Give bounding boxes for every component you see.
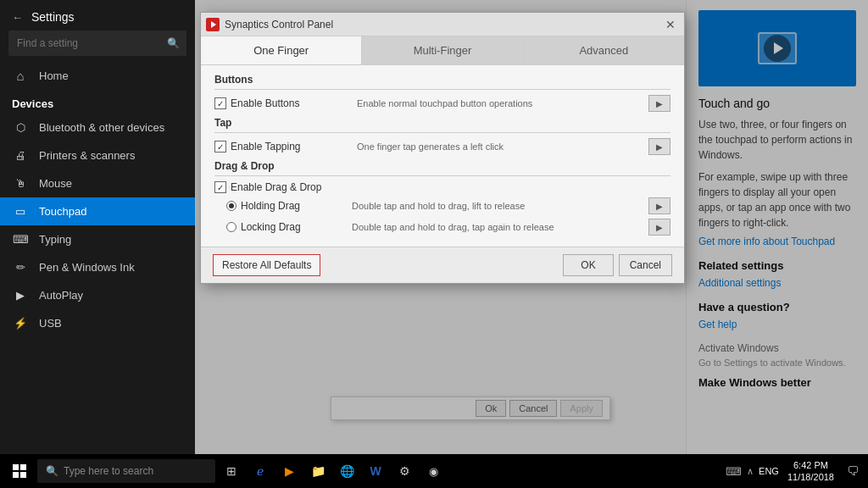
- enable-tapping-checkbox-label[interactable]: ✓ Enable Tapping: [214, 141, 350, 152]
- tap-section-label: Tap: [214, 117, 670, 129]
- locking-drag-action-btn[interactable]: ▶: [648, 219, 670, 236]
- home-icon: ⌂: [12, 69, 29, 83]
- dialog-ok-button[interactable]: OK: [563, 254, 613, 276]
- dialog-body: Buttons ✓ Enable Buttons Enable normal t…: [201, 65, 684, 247]
- restore-defaults-button[interactable]: Restore All Defaults: [213, 254, 320, 276]
- printer-icon: 🖨: [12, 149, 29, 162]
- sidebar-item-home[interactable]: ⌂ Home: [0, 61, 195, 91]
- sidebar-item-touchpad[interactable]: ▭ Touchpad: [0, 197, 195, 225]
- locking-drag-radio-label[interactable]: Locking Drag: [226, 221, 345, 233]
- holding-drag-row: Holding Drag Double tap and hold to drag…: [214, 197, 670, 214]
- taskbar-time: 6:42 PM: [787, 459, 834, 471]
- svg-rect-3: [20, 472, 26, 478]
- sidebar-item-autoplay[interactable]: ▶ AutoPlay: [0, 281, 195, 309]
- dialog-close-button[interactable]: ✕: [662, 17, 679, 32]
- chevron-icon[interactable]: ∧: [747, 466, 754, 477]
- tapping-check: ✓: [217, 142, 224, 152]
- enable-tapping-desc: One finger tap generates a left click: [357, 141, 642, 152]
- sidebar-item-bluetooth[interactable]: ⬡ Bluetooth & other devices: [0, 114, 195, 141]
- synaptics-icon: [206, 18, 220, 31]
- bluetooth-icon: ⬡: [12, 121, 29, 134]
- drag-divider: [214, 175, 670, 176]
- svg-rect-0: [13, 464, 19, 470]
- sidebar-title: Settings: [31, 10, 75, 24]
- edge-button[interactable]: ℯ: [248, 457, 273, 485]
- enable-buttons-checkbox[interactable]: ✓: [214, 97, 226, 109]
- sidebar-item-usb[interactable]: ⚡ USB: [0, 309, 195, 337]
- pen-icon: ✏: [12, 261, 29, 274]
- mouse-icon: 🖱: [12, 177, 29, 190]
- locking-drag-radio[interactable]: [226, 222, 236, 232]
- task-view-button[interactable]: ⊞: [219, 457, 244, 485]
- autoplay-icon: ▶: [12, 289, 29, 302]
- windows-icon: [13, 464, 26, 478]
- settings-sidebar: ← Settings 🔍 ⌂ Home Devices: [0, 0, 195, 454]
- keyboard-icon: ⌨: [726, 465, 742, 478]
- chrome-button[interactable]: 🌐: [334, 457, 359, 485]
- touchpad-icon: ▭: [12, 205, 29, 218]
- taskbar-search-icon: 🔍: [46, 465, 58, 477]
- holding-drag-desc: Double tap and hold to drag, lift to rel…: [352, 201, 642, 211]
- folder-button[interactable]: 📁: [305, 457, 331, 485]
- taskbar-right: ⌨ ∧ ENG 6:42 PM 11/18/2018 🗨: [726, 457, 863, 485]
- sidebar-search-input[interactable]: [8, 30, 186, 56]
- taskbar-search-placeholder: Type here to search: [64, 465, 153, 477]
- word-button[interactable]: W: [363, 457, 388, 485]
- dialog-titlebar: Synaptics Control Panel ✕: [201, 13, 684, 36]
- svg-rect-2: [13, 472, 19, 478]
- back-icon: ←: [12, 11, 23, 24]
- holding-drag-action-btn[interactable]: ▶: [648, 197, 670, 214]
- drag-section-label: Drag & Drop: [214, 160, 670, 172]
- enable-tapping-row: ✓ Enable Tapping One finger tap generate…: [214, 138, 670, 155]
- dialog-tabs: One Finger Multi-Finger Advanced: [201, 36, 684, 65]
- typing-icon: ⌨: [12, 233, 29, 246]
- checkbox-check: ✓: [217, 99, 224, 108]
- holding-drag-dot: [229, 203, 234, 208]
- tab-advanced[interactable]: Advanced: [524, 36, 684, 64]
- start-button[interactable]: [5, 457, 34, 485]
- extra-icon[interactable]: ◉: [420, 457, 446, 485]
- taskbar-search-container[interactable]: 🔍 Type here to search: [37, 459, 215, 483]
- notification-button[interactable]: 🗨: [843, 457, 863, 485]
- enable-drag-checkbox-label[interactable]: ✓ Enable Drag & Drop: [214, 181, 350, 193]
- taskbar-date: 11/18/2018: [787, 471, 834, 483]
- dialog-footer: Restore All Defaults OK Cancel: [201, 247, 684, 283]
- tab-one-finger[interactable]: One Finger: [201, 36, 362, 64]
- taskbar-lang: ENG: [759, 466, 779, 476]
- sidebar-search-container: 🔍: [0, 27, 195, 61]
- sidebar-back[interactable]: ← Settings: [0, 0, 195, 27]
- dialog-cancel-button[interactable]: Cancel: [619, 254, 672, 276]
- enable-buttons-row: ✓ Enable Buttons Enable normal touchpad …: [214, 95, 670, 112]
- locking-drag-row: Locking Drag Double tap and hold to drag…: [214, 219, 670, 236]
- settings-taskbar-button[interactable]: ⚙: [392, 457, 417, 485]
- tab-multi-finger[interactable]: Multi-Finger: [362, 36, 523, 64]
- svg-rect-1: [20, 464, 26, 470]
- sidebar-section-devices: Devices: [0, 91, 195, 114]
- usb-icon: ⚡: [12, 317, 29, 330]
- holding-drag-radio[interactable]: [226, 201, 236, 211]
- search-icon: 🔍: [167, 37, 180, 49]
- sidebar-item-typing[interactable]: ⌨ Typing: [0, 225, 195, 253]
- vlc-button[interactable]: ▶: [276, 457, 302, 485]
- taskbar-datetime[interactable]: 6:42 PM 11/18/2018: [784, 459, 837, 484]
- enable-tapping-action-btn[interactable]: ▶: [648, 138, 670, 155]
- sidebar-item-printers[interactable]: 🖨 Printers & scanners: [0, 141, 195, 169]
- sidebar-item-pen[interactable]: ✏ Pen & Windows Ink: [0, 253, 195, 281]
- enable-drag-row: ✓ Enable Drag & Drop: [214, 181, 670, 193]
- sidebar-nav: ⌂ Home Devices ⬡ Bluetooth & other devic…: [0, 61, 195, 454]
- sidebar-item-mouse[interactable]: 🖱 Mouse: [0, 169, 195, 197]
- dialog-title-text: Synaptics Control Panel: [225, 19, 333, 30]
- locking-drag-desc: Double tap and hold to drag, tap again t…: [352, 222, 642, 232]
- drag-check: ✓: [217, 183, 224, 192]
- enable-drag-checkbox[interactable]: ✓: [214, 181, 226, 193]
- holding-drag-radio-label[interactable]: Holding Drag: [226, 200, 345, 212]
- enable-buttons-desc: Enable normal touchpad button operations: [357, 98, 642, 108]
- buttons-section-label: Buttons: [214, 74, 670, 86]
- tap-divider: [214, 132, 670, 133]
- enable-buttons-action-btn[interactable]: ▶: [648, 95, 670, 112]
- taskbar: 🔍 Type here to search ⊞ ℯ ▶ 📁 🌐 W ⚙ ◉ ⌨ …: [0, 454, 868, 488]
- enable-tapping-checkbox[interactable]: ✓: [214, 141, 226, 152]
- dialog-overlay: Synaptics Control Panel ✕ One Finger Mul…: [195, 0, 868, 454]
- synaptics-dialog: Synaptics Control Panel ✕ One Finger Mul…: [200, 12, 685, 284]
- enable-buttons-checkbox-label[interactable]: ✓ Enable Buttons: [214, 97, 350, 109]
